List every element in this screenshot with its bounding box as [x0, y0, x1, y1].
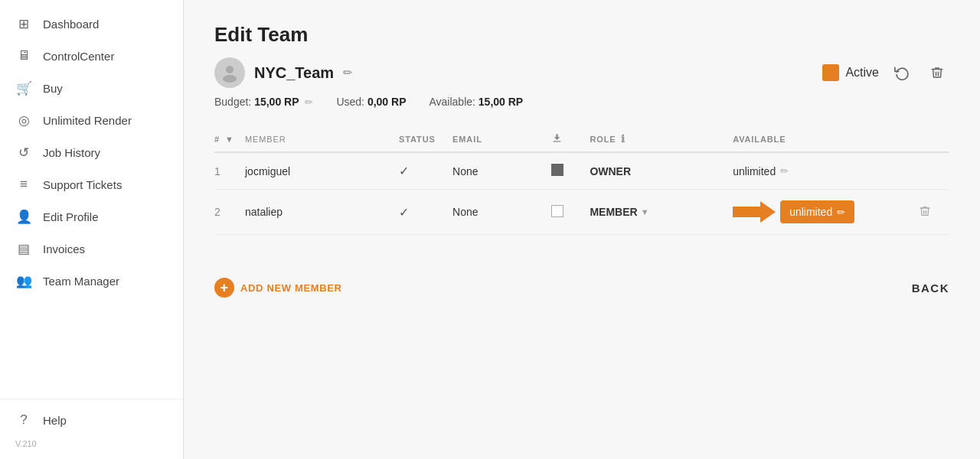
sidebar-item-help[interactable]: ? Help	[0, 404, 183, 436]
active-label: Active	[845, 66, 879, 80]
sidebar-item-label: ControlCenter	[43, 50, 114, 63]
team-name: NYC_Team	[254, 64, 334, 82]
used-value: 0,00 RP	[368, 96, 407, 108]
role-info-icon[interactable]: ℹ	[621, 133, 626, 145]
add-member-button[interactable]: + ADD NEW MEMBER	[214, 278, 342, 298]
budget-edit-icon[interactable]: ✏	[305, 96, 313, 108]
row1-member: jocmiguel	[245, 152, 399, 190]
delete-team-btn[interactable]	[925, 60, 949, 85]
budget-info: Budget: 15,00 RP ✏	[214, 96, 313, 108]
sidebar-item-support-tickets[interactable]: ≡ Support Tickets	[0, 168, 183, 200]
sidebar-item-label: Support Tickets	[43, 178, 122, 191]
active-dot	[822, 64, 839, 81]
add-member-label: ADD NEW MEMBER	[240, 282, 342, 294]
col-header-num: # ▼	[214, 126, 245, 152]
sidebar-item-label: Job History	[43, 146, 100, 159]
history-icon: ↺	[15, 144, 32, 161]
row1-role: OWNER	[590, 152, 733, 190]
status-check-icon: ✓	[399, 206, 409, 219]
row1-checkbox[interactable]	[551, 152, 590, 190]
available-label: Available:	[429, 96, 475, 108]
available-highlight-wrapper: unlimited ✏	[733, 200, 911, 223]
team-name-edit-icon[interactable]: ✏	[343, 66, 353, 80]
row2-role: MEMBER ▼	[590, 190, 733, 235]
role-dropdown-arrow[interactable]: ▼	[641, 207, 649, 216]
used-info: Used: 0,00 RP	[336, 96, 406, 108]
available-highlight-box: unlimited ✏	[780, 200, 854, 223]
row2-available: unlimited ✏	[733, 190, 919, 235]
sidebar-item-label: Edit Profile	[43, 210, 99, 223]
add-circle-icon: +	[214, 278, 234, 298]
sidebar-item-unlimited-render[interactable]: ◎ Unlimited Render	[0, 104, 183, 136]
back-button[interactable]: BACK	[912, 282, 949, 295]
available-info: Available: 15,00 RP	[429, 96, 523, 108]
sidebar-item-job-history[interactable]: ↺ Job History	[0, 136, 183, 168]
available-highlight-edit-icon[interactable]: ✏	[837, 207, 845, 218]
available-edit-icon[interactable]: ✏	[780, 165, 789, 177]
col-header-download	[551, 126, 590, 152]
role-with-arrow: MEMBER ▼	[590, 206, 725, 218]
svg-rect-2	[554, 141, 561, 142]
row2-member: nataliep	[245, 190, 399, 235]
role-value: OWNER	[590, 165, 631, 177]
row1-email: None	[452, 152, 551, 190]
table-row: 1 jocmiguel ✓ None OWNER unlimited ✏	[214, 152, 949, 190]
members-table: # ▼ MEMBER STATUS EMAIL ROLE ℹ AVAILABLE	[214, 126, 949, 235]
role-value: MEMBER	[590, 206, 637, 218]
dashboard-icon: ⊞	[15, 15, 32, 32]
table-row: 2 nataliep ✓ None MEMBER ▼	[214, 190, 949, 235]
sidebar: ⊞ Dashboard 🖥 ControlCenter 🛒 Buy ◎ Unli…	[0, 0, 184, 459]
sidebar-item-buy[interactable]: 🛒 Buy	[0, 72, 183, 104]
col-header-email: EMAIL	[452, 126, 551, 152]
available-cell: unlimited ✏	[733, 165, 911, 177]
col-header-status: STATUS	[399, 126, 452, 152]
members-tbody: 1 jocmiguel ✓ None OWNER unlimited ✏	[214, 152, 949, 235]
available-value: 15,00 RP	[479, 96, 523, 108]
sidebar-item-team-manager[interactable]: 👥 Team Manager	[0, 265, 183, 297]
row1-num: 1	[214, 152, 245, 190]
row2-checkbox[interactable]	[551, 190, 590, 235]
row1-status: ✓	[399, 152, 452, 190]
row2-email: None	[452, 190, 551, 235]
sidebar-item-label: Team Manager	[43, 275, 119, 288]
download-checkbox-filled[interactable]	[551, 164, 564, 176]
history-btn[interactable]	[890, 60, 914, 85]
sidebar-item-label: Unlimited Render	[43, 114, 132, 127]
profile-icon: 👤	[15, 208, 32, 225]
row1-available: unlimited ✏	[733, 152, 919, 190]
row1-actions	[919, 152, 949, 190]
version-label: V.210	[0, 436, 183, 451]
svg-point-1	[223, 75, 237, 83]
invoices-icon: ▤	[15, 240, 32, 257]
sidebar-item-dashboard[interactable]: ⊞ Dashboard	[0, 8, 183, 40]
team-icon: 👥	[15, 272, 32, 289]
sidebar-item-label: Invoices	[43, 243, 85, 256]
sidebar-item-invoices[interactable]: ▤ Invoices	[0, 233, 183, 265]
monitor-icon: 🖥	[15, 47, 32, 64]
col-header-role: ROLE ℹ	[590, 126, 733, 152]
col-header-actions	[919, 126, 949, 152]
annotation-arrow	[733, 201, 776, 223]
table-header-row: # ▼ MEMBER STATUS EMAIL ROLE ℹ AVAILABLE	[214, 126, 949, 152]
cart-icon: 🛒	[15, 80, 32, 96]
avatar	[214, 57, 245, 88]
used-label: Used:	[336, 96, 364, 108]
col-header-available: AVAILABLE	[733, 126, 919, 152]
sidebar-item-controlcenter[interactable]: 🖥 ControlCenter	[0, 40, 183, 72]
sidebar-item-label: Buy	[43, 82, 63, 95]
footer-row: + ADD NEW MEMBER BACK	[214, 256, 949, 298]
sidebar-item-edit-profile[interactable]: 👤 Edit Profile	[0, 200, 183, 233]
row2-delete-action[interactable]	[919, 190, 949, 235]
help-icon: ?	[15, 412, 32, 428]
sidebar-item-label: Dashboard	[43, 18, 99, 31]
status-check-icon: ✓	[399, 164, 409, 177]
download-checkbox-empty[interactable]	[551, 205, 564, 217]
help-label: Help	[43, 414, 67, 427]
render-icon: ◎	[15, 112, 32, 129]
header-right: Active	[822, 60, 949, 85]
svg-point-0	[226, 66, 234, 73]
active-badge: Active	[822, 64, 879, 81]
row2-num: 2	[214, 190, 245, 235]
sort-icon[interactable]: ▼	[225, 135, 234, 144]
budget-label: Budget:	[214, 96, 251, 108]
